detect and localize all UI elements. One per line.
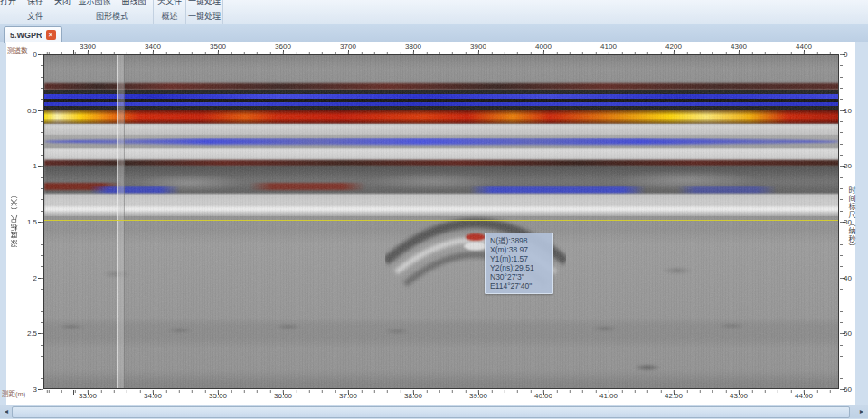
document-tab-bar: 5.WGPR ✕ — [0, 24, 868, 42]
measurement-tooltip: N(道):3898X(m):38.97Y1(m):1.57Y2(ns):29.5… — [485, 233, 553, 294]
toolbar-group-3: 头文件概述 — [154, 0, 186, 24]
left-tick-label: 0.5 — [6, 107, 37, 115]
toolbar-group-1: 打开保存关闭文件 — [0, 0, 71, 24]
toolbar-button[interactable]: 关闭 — [54, 0, 71, 8]
tooltip-line: Y1(m):1.57 — [490, 254, 548, 263]
right-axis-minor-tickmarks — [840, 54, 843, 390]
tooltip-line: E114°27'40" — [490, 281, 548, 290]
tab-label: 5.WGPR — [10, 31, 42, 40]
toolbar-button[interactable]: 保存 — [27, 0, 43, 8]
app-window: { "toolbar": { "groups": [ {"label": "文件… — [0, 0, 868, 419]
toolbar-button[interactable]: 一键处理 — [188, 0, 221, 8]
left-tick-label: 1.5 — [6, 218, 37, 226]
toolbar-group-label: 文件 — [27, 10, 43, 22]
crosshair-horizontal-line — [44, 220, 838, 221]
toolbar-button[interactable]: 曲线图 — [122, 0, 146, 8]
right-axis-ticks: 0102030405060 — [844, 54, 862, 391]
toolbar-group-2: 显示图像曲线图图形模式 — [71, 0, 154, 24]
toolbar-button[interactable]: 头文件 — [157, 0, 182, 8]
tooltip-line: N(道):3898 — [490, 236, 548, 245]
bottom-axis-minor-tickmarks — [43, 390, 839, 393]
toolbar-group-label: 一键处理 — [188, 10, 221, 22]
bottom-axis-unit-label: 测距(m) — [2, 388, 25, 398]
left-axis-ticks: 00.511.522.53 — [6, 54, 37, 391]
toolbar-group-label: 概述 — [161, 10, 177, 22]
vertical-striation-texture — [44, 55, 839, 389]
tab-wgpr[interactable]: 5.WGPR ✕ — [4, 26, 62, 43]
scrollbar-thumb[interactable] — [12, 406, 850, 418]
scroll-right-arrow-icon[interactable]: ► — [856, 405, 867, 417]
crosshair-vertical-line — [476, 55, 476, 388]
toolbar-group-label: 图形模式 — [96, 10, 128, 22]
left-tick-label: 2 — [6, 274, 37, 282]
toolbar-group-4: 一键处理一键处理 — [186, 0, 223, 24]
horizontal-scrollbar[interactable]: ◄ ► — [0, 405, 868, 418]
tooltip-line: Y2(ns):29.51 — [490, 263, 548, 272]
tab-close-icon[interactable]: ✕ — [46, 30, 56, 40]
left-tick-label: 1 — [6, 162, 37, 170]
radargram-panel: 测道数 深度标尺（米） 时间标尺（纳秒） 3300340035003600370… — [6, 42, 855, 405]
left-tick-label: 2.5 — [6, 329, 37, 338]
toolbar-button[interactable]: 显示图像 — [78, 0, 110, 8]
tooltip-line: X(m):38.97 — [490, 245, 548, 254]
ribbon-toolbar: 打开保存关闭文件显示图像曲线图图形模式头文件概述一键处理一键处理 — [0, 0, 868, 25]
radargram-canvas[interactable] — [43, 54, 839, 389]
left-tick-label: 0 — [6, 51, 37, 59]
scroll-left-arrow-icon[interactable]: ◄ — [1, 405, 12, 417]
toolbar-button[interactable]: 打开 — [0, 0, 16, 8]
tooltip-line: N30°27'3" — [490, 272, 548, 281]
